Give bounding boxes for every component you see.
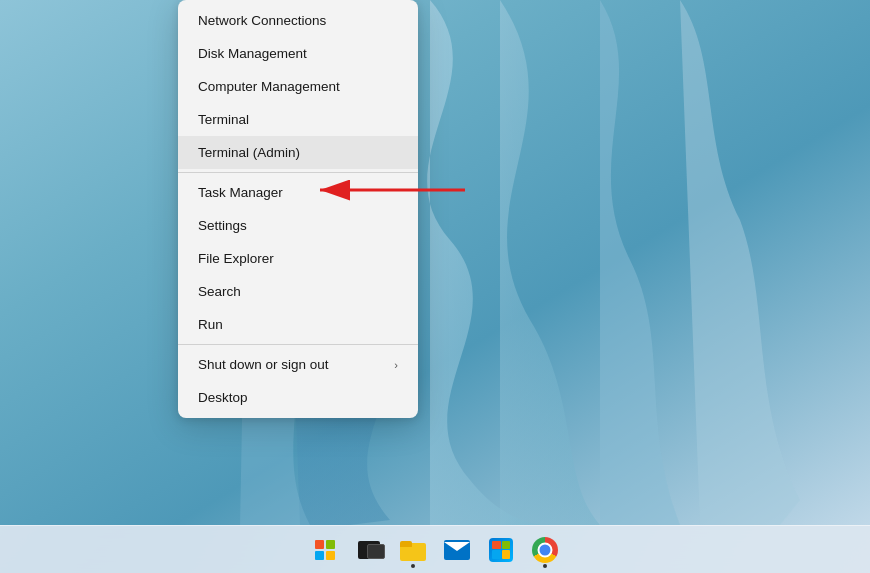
folder-icon — [400, 539, 426, 561]
menu-item-label: Shut down or sign out — [198, 357, 329, 372]
menu-item-shut-down[interactable]: Shut down or sign out› — [178, 348, 418, 381]
menu-item-terminal-admin[interactable]: Terminal (Admin) — [178, 136, 418, 169]
menu-item-disk-management[interactable]: Disk Management — [178, 37, 418, 70]
menu-item-run[interactable]: Run — [178, 308, 418, 341]
taskbar-fileexplorer-button[interactable] — [393, 530, 433, 570]
annotation-arrow — [310, 176, 470, 204]
menu-item-label: Settings — [198, 218, 247, 233]
menu-item-label: Disk Management — [198, 46, 307, 61]
menu-separator — [178, 172, 418, 173]
menu-item-settings[interactable]: Settings — [178, 209, 418, 242]
menu-item-label: File Explorer — [198, 251, 274, 266]
menu-item-label: Desktop — [198, 390, 248, 405]
taskbar-mail-button[interactable] — [437, 530, 477, 570]
context-menu: Network ConnectionsDisk ManagementComput… — [178, 0, 418, 418]
taskview-icon — [358, 541, 380, 559]
chrome-icon — [532, 537, 558, 563]
menu-item-label: Terminal (Admin) — [198, 145, 300, 160]
menu-item-desktop[interactable]: Desktop — [178, 381, 418, 414]
menu-item-label: Run — [198, 317, 223, 332]
mail-icon — [444, 540, 470, 560]
menu-item-computer-management[interactable]: Computer Management — [178, 70, 418, 103]
active-indicator — [543, 564, 547, 568]
taskbar-chrome-button[interactable] — [525, 530, 565, 570]
menu-item-label: Terminal — [198, 112, 249, 127]
menu-item-label: Computer Management — [198, 79, 340, 94]
submenu-arrow-icon: › — [394, 359, 398, 371]
taskbar-start-button[interactable] — [305, 530, 345, 570]
taskbar — [0, 525, 870, 573]
menu-item-search[interactable]: Search — [178, 275, 418, 308]
windows-logo-icon — [315, 540, 335, 560]
store-icon — [489, 538, 513, 562]
desktop: Network ConnectionsDisk ManagementComput… — [0, 0, 870, 573]
menu-item-terminal[interactable]: Terminal — [178, 103, 418, 136]
active-indicator — [411, 564, 415, 568]
menu-separator — [178, 344, 418, 345]
menu-item-label: Network Connections — [198, 13, 326, 28]
menu-item-label: Task Manager — [198, 185, 283, 200]
menu-item-file-explorer[interactable]: File Explorer — [178, 242, 418, 275]
menu-item-network-connections[interactable]: Network Connections — [178, 4, 418, 37]
wallpaper-waves — [0, 0, 870, 573]
menu-item-label: Search — [198, 284, 241, 299]
taskbar-taskview-button[interactable] — [349, 530, 389, 570]
taskbar-store-button[interactable] — [481, 530, 521, 570]
